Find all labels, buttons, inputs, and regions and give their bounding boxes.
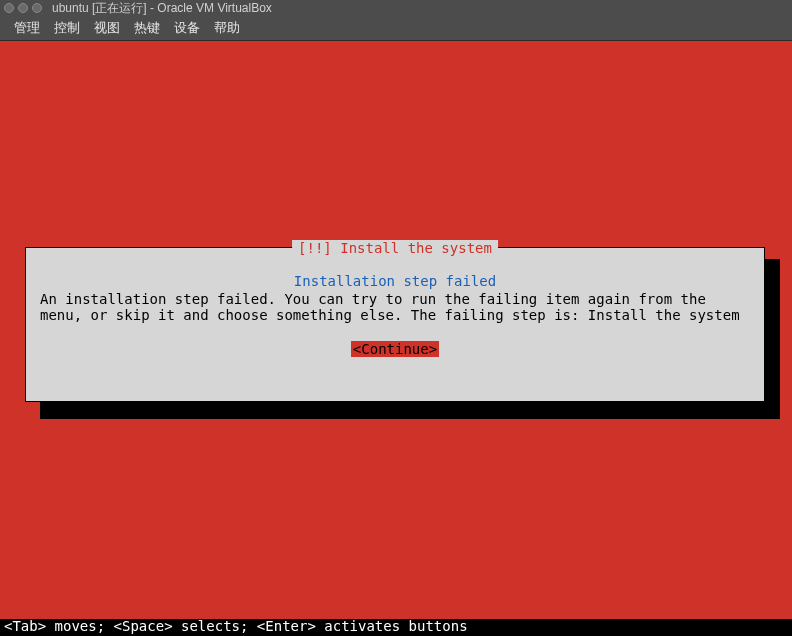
window-close-button[interactable] xyxy=(4,3,14,13)
menu-devices[interactable]: 设备 xyxy=(174,19,200,37)
window-title: ubuntu [正在运行] - Oracle VM VirtualBox xyxy=(52,0,272,17)
menubar: 管理 控制 视图 热键 设备 帮助 xyxy=(0,16,792,41)
menu-manage[interactable]: 管理 xyxy=(14,19,40,37)
menu-help[interactable]: 帮助 xyxy=(214,19,240,37)
dialog-title: [!!] Install the system xyxy=(292,240,498,256)
vm-display: [!!] Install the system Installation ste… xyxy=(0,41,792,636)
menu-control[interactable]: 控制 xyxy=(54,19,80,37)
menu-view[interactable]: 视图 xyxy=(94,19,120,37)
continue-button[interactable]: <Continue> xyxy=(351,341,439,357)
window-maximize-button[interactable] xyxy=(32,3,42,13)
error-dialog: [!!] Install the system Installation ste… xyxy=(25,247,765,402)
window-titlebar: ubuntu [正在运行] - Oracle VM VirtualBox xyxy=(0,0,792,16)
menu-hotkeys[interactable]: 热键 xyxy=(134,19,160,37)
window-minimize-button[interactable] xyxy=(18,3,28,13)
footer-hint: <Tab> moves; <Space> selects; <Enter> ac… xyxy=(0,619,792,636)
dialog-subtitle: Installation step failed xyxy=(40,273,750,289)
dialog-message: An installation step failed. You can try… xyxy=(40,291,750,323)
